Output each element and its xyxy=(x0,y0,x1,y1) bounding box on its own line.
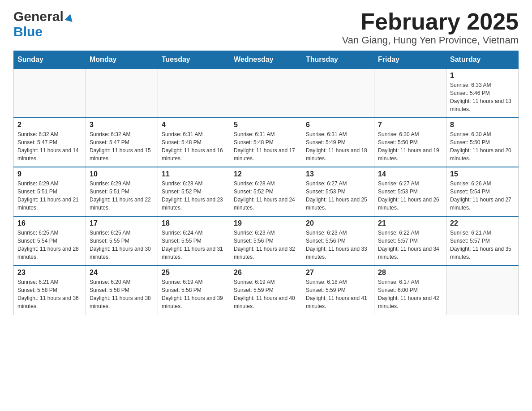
calendar-day-cell: 20Sunrise: 6:23 AMSunset: 5:56 PMDayligh… xyxy=(302,216,374,265)
calendar-title: February 2025 xyxy=(342,9,519,34)
day-info: Sunrise: 6:31 AMSunset: 5:49 PMDaylight:… xyxy=(306,130,370,163)
calendar-week-row: 23Sunrise: 6:21 AMSunset: 5:58 PMDayligh… xyxy=(14,265,519,315)
logo-general-text: General xyxy=(13,9,64,24)
logo-blue-text: Blue xyxy=(13,24,43,39)
day-info: Sunrise: 6:20 AMSunset: 5:58 PMDaylight:… xyxy=(90,278,154,310)
calendar-day-cell: 7Sunrise: 6:30 AMSunset: 5:50 PMDaylight… xyxy=(374,118,446,167)
calendar-header-row: SundayMondayTuesdayWednesdayThursdayFrid… xyxy=(14,51,519,69)
calendar-day-cell: 23Sunrise: 6:21 AMSunset: 5:58 PMDayligh… xyxy=(14,265,86,315)
calendar-day-cell: 13Sunrise: 6:27 AMSunset: 5:53 PMDayligh… xyxy=(302,167,374,216)
calendar-day-cell: 4Sunrise: 6:31 AMSunset: 5:48 PMDaylight… xyxy=(158,118,230,167)
day-of-week-header: Tuesday xyxy=(158,51,230,69)
calendar-day-cell: 14Sunrise: 6:27 AMSunset: 5:53 PMDayligh… xyxy=(374,167,446,216)
title-block: February 2025 Van Giang, Hung Yen Provin… xyxy=(342,9,519,46)
day-info: Sunrise: 6:26 AMSunset: 5:54 PMDaylight:… xyxy=(450,180,515,212)
calendar-day-cell: 15Sunrise: 6:26 AMSunset: 5:54 PMDayligh… xyxy=(446,167,519,216)
logo-triangle-icon xyxy=(64,13,74,22)
calendar-week-row: 2Sunrise: 6:32 AMSunset: 5:47 PMDaylight… xyxy=(14,118,519,167)
calendar-day-cell: 26Sunrise: 6:19 AMSunset: 5:59 PMDayligh… xyxy=(230,265,302,315)
day-info: Sunrise: 6:23 AMSunset: 5:56 PMDaylight:… xyxy=(234,229,298,261)
calendar-week-row: 16Sunrise: 6:25 AMSunset: 5:54 PMDayligh… xyxy=(14,216,519,265)
day-info: Sunrise: 6:29 AMSunset: 5:51 PMDaylight:… xyxy=(17,180,82,212)
day-info: Sunrise: 6:18 AMSunset: 5:59 PMDaylight:… xyxy=(306,278,370,310)
calendar-day-cell: 12Sunrise: 6:28 AMSunset: 5:52 PMDayligh… xyxy=(230,167,302,216)
day-info: Sunrise: 6:33 AMSunset: 5:46 PMDaylight:… xyxy=(450,81,515,113)
day-of-week-header: Sunday xyxy=(14,51,86,69)
calendar-subtitle: Van Giang, Hung Yen Province, Vietnam xyxy=(342,34,519,46)
day-info: Sunrise: 6:27 AMSunset: 5:53 PMDaylight:… xyxy=(306,180,370,212)
day-number: 9 xyxy=(17,170,82,178)
day-info: Sunrise: 6:21 AMSunset: 5:57 PMDaylight:… xyxy=(450,229,515,261)
calendar-week-row: 9Sunrise: 6:29 AMSunset: 5:51 PMDaylight… xyxy=(14,167,519,216)
day-info: Sunrise: 6:27 AMSunset: 5:53 PMDaylight:… xyxy=(378,180,442,212)
day-number: 25 xyxy=(162,269,226,277)
day-info: Sunrise: 6:28 AMSunset: 5:52 PMDaylight:… xyxy=(162,180,226,212)
calendar-day-cell: 18Sunrise: 6:24 AMSunset: 5:55 PMDayligh… xyxy=(158,216,230,265)
day-info: Sunrise: 6:23 AMSunset: 5:56 PMDaylight:… xyxy=(306,229,370,261)
calendar-day-cell: 17Sunrise: 6:25 AMSunset: 5:55 PMDayligh… xyxy=(86,216,158,265)
calendar-day-cell xyxy=(446,265,519,315)
day-info: Sunrise: 6:25 AMSunset: 5:55 PMDaylight:… xyxy=(90,229,154,261)
day-number: 12 xyxy=(234,170,298,178)
calendar-day-cell xyxy=(158,68,230,118)
day-number: 24 xyxy=(90,269,154,277)
calendar-day-cell: 3Sunrise: 6:32 AMSunset: 5:47 PMDaylight… xyxy=(86,118,158,167)
day-number: 18 xyxy=(162,219,226,227)
calendar-day-cell: 27Sunrise: 6:18 AMSunset: 5:59 PMDayligh… xyxy=(302,265,374,315)
day-info: Sunrise: 6:17 AMSunset: 6:00 PMDaylight:… xyxy=(378,278,442,310)
calendar-day-cell: 21Sunrise: 6:22 AMSunset: 5:57 PMDayligh… xyxy=(374,216,446,265)
day-info: Sunrise: 6:25 AMSunset: 5:54 PMDaylight:… xyxy=(17,229,82,261)
calendar-day-cell: 28Sunrise: 6:17 AMSunset: 6:00 PMDayligh… xyxy=(374,265,446,315)
day-of-week-header: Monday xyxy=(86,51,158,69)
day-number: 21 xyxy=(378,219,442,227)
calendar-day-cell: 25Sunrise: 6:19 AMSunset: 5:58 PMDayligh… xyxy=(158,265,230,315)
day-number: 2 xyxy=(17,121,82,129)
day-info: Sunrise: 6:32 AMSunset: 5:47 PMDaylight:… xyxy=(90,130,154,163)
calendar-day-cell xyxy=(230,68,302,118)
calendar-day-cell: 9Sunrise: 6:29 AMSunset: 5:51 PMDaylight… xyxy=(14,167,86,216)
day-number: 10 xyxy=(90,170,154,178)
calendar-day-cell: 24Sunrise: 6:20 AMSunset: 5:58 PMDayligh… xyxy=(86,265,158,315)
day-number: 7 xyxy=(378,121,442,129)
day-info: Sunrise: 6:19 AMSunset: 5:59 PMDaylight:… xyxy=(234,278,298,310)
calendar-day-cell xyxy=(302,68,374,118)
calendar-day-cell: 19Sunrise: 6:23 AMSunset: 5:56 PMDayligh… xyxy=(230,216,302,265)
calendar-day-cell: 22Sunrise: 6:21 AMSunset: 5:57 PMDayligh… xyxy=(446,216,519,265)
calendar-day-cell xyxy=(374,68,446,118)
day-info: Sunrise: 6:32 AMSunset: 5:47 PMDaylight:… xyxy=(17,130,82,163)
calendar-day-cell: 10Sunrise: 6:29 AMSunset: 5:51 PMDayligh… xyxy=(86,167,158,216)
day-info: Sunrise: 6:22 AMSunset: 5:57 PMDaylight:… xyxy=(378,229,442,261)
day-info: Sunrise: 6:19 AMSunset: 5:58 PMDaylight:… xyxy=(162,278,226,310)
calendar-day-cell: 11Sunrise: 6:28 AMSunset: 5:52 PMDayligh… xyxy=(158,167,230,216)
day-of-week-header: Saturday xyxy=(446,51,519,69)
calendar-day-cell: 1Sunrise: 6:33 AMSunset: 5:46 PMDaylight… xyxy=(446,68,519,118)
day-number: 27 xyxy=(306,269,370,277)
day-of-week-header: Friday xyxy=(374,51,446,69)
calendar-day-cell xyxy=(14,68,86,118)
day-info: Sunrise: 6:30 AMSunset: 5:50 PMDaylight:… xyxy=(378,130,442,163)
calendar-day-cell xyxy=(86,68,158,118)
day-number: 11 xyxy=(162,170,226,178)
day-number: 28 xyxy=(378,269,442,277)
calendar-day-cell: 2Sunrise: 6:32 AMSunset: 5:47 PMDaylight… xyxy=(14,118,86,167)
day-number: 19 xyxy=(234,219,298,227)
calendar-day-cell: 8Sunrise: 6:30 AMSunset: 5:50 PMDaylight… xyxy=(446,118,519,167)
day-number: 14 xyxy=(378,170,442,178)
day-info: Sunrise: 6:30 AMSunset: 5:50 PMDaylight:… xyxy=(450,130,515,163)
day-info: Sunrise: 6:28 AMSunset: 5:52 PMDaylight:… xyxy=(234,180,298,212)
calendar-day-cell: 6Sunrise: 6:31 AMSunset: 5:49 PMDaylight… xyxy=(302,118,374,167)
day-number: 20 xyxy=(306,219,370,227)
day-info: Sunrise: 6:31 AMSunset: 5:48 PMDaylight:… xyxy=(234,130,298,163)
calendar-table: SundayMondayTuesdayWednesdayThursdayFrid… xyxy=(13,51,519,315)
page-header: General Blue February 2025 Van Giang, Hu… xyxy=(13,9,519,46)
day-number: 5 xyxy=(234,121,298,129)
day-number: 3 xyxy=(90,121,154,129)
day-number: 16 xyxy=(17,219,82,227)
day-number: 4 xyxy=(162,121,226,129)
day-of-week-header: Wednesday xyxy=(230,51,302,69)
day-number: 6 xyxy=(306,121,370,129)
day-number: 23 xyxy=(17,269,82,277)
day-of-week-header: Thursday xyxy=(302,51,374,69)
day-info: Sunrise: 6:29 AMSunset: 5:51 PMDaylight:… xyxy=(90,180,154,212)
day-number: 15 xyxy=(450,170,515,178)
